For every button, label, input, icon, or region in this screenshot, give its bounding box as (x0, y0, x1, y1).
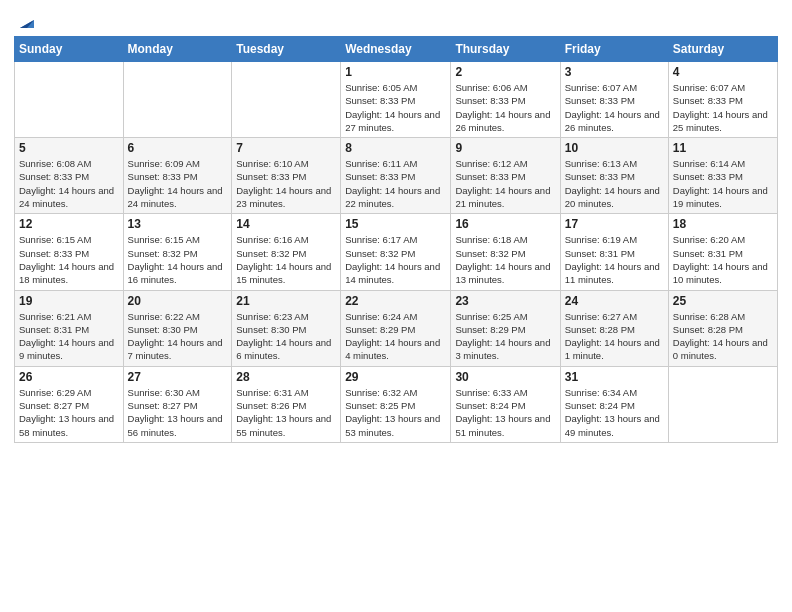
day-info: Sunrise: 6:27 AM Sunset: 8:28 PM Dayligh… (565, 310, 664, 363)
day-number: 14 (236, 217, 336, 231)
calendar-cell (123, 62, 232, 138)
calendar-cell: 23Sunrise: 6:25 AM Sunset: 8:29 PM Dayli… (451, 290, 560, 366)
calendar-cell: 2Sunrise: 6:06 AM Sunset: 8:33 PM Daylig… (451, 62, 560, 138)
calendar-header-tuesday: Tuesday (232, 37, 341, 62)
day-number: 10 (565, 141, 664, 155)
calendar-cell: 4Sunrise: 6:07 AM Sunset: 8:33 PM Daylig… (668, 62, 777, 138)
day-info: Sunrise: 6:15 AM Sunset: 8:32 PM Dayligh… (128, 233, 228, 286)
calendar-cell: 27Sunrise: 6:30 AM Sunset: 8:27 PM Dayli… (123, 366, 232, 442)
day-info: Sunrise: 6:07 AM Sunset: 8:33 PM Dayligh… (565, 81, 664, 134)
calendar-cell: 17Sunrise: 6:19 AM Sunset: 8:31 PM Dayli… (560, 214, 668, 290)
day-number: 12 (19, 217, 119, 231)
day-info: Sunrise: 6:08 AM Sunset: 8:33 PM Dayligh… (19, 157, 119, 210)
day-info: Sunrise: 6:11 AM Sunset: 8:33 PM Dayligh… (345, 157, 446, 210)
day-number: 8 (345, 141, 446, 155)
calendar-header-sunday: Sunday (15, 37, 124, 62)
calendar-header-monday: Monday (123, 37, 232, 62)
day-number: 23 (455, 294, 555, 308)
day-info: Sunrise: 6:17 AM Sunset: 8:32 PM Dayligh… (345, 233, 446, 286)
day-info: Sunrise: 6:23 AM Sunset: 8:30 PM Dayligh… (236, 310, 336, 363)
day-info: Sunrise: 6:19 AM Sunset: 8:31 PM Dayligh… (565, 233, 664, 286)
day-number: 7 (236, 141, 336, 155)
day-number: 21 (236, 294, 336, 308)
calendar-cell: 7Sunrise: 6:10 AM Sunset: 8:33 PM Daylig… (232, 138, 341, 214)
day-info: Sunrise: 6:15 AM Sunset: 8:33 PM Dayligh… (19, 233, 119, 286)
day-info: Sunrise: 6:29 AM Sunset: 8:27 PM Dayligh… (19, 386, 119, 439)
calendar-table: SundayMondayTuesdayWednesdayThursdayFrid… (14, 36, 778, 443)
calendar-cell: 20Sunrise: 6:22 AM Sunset: 8:30 PM Dayli… (123, 290, 232, 366)
calendar-cell: 16Sunrise: 6:18 AM Sunset: 8:32 PM Dayli… (451, 214, 560, 290)
day-number: 2 (455, 65, 555, 79)
day-info: Sunrise: 6:22 AM Sunset: 8:30 PM Dayligh… (128, 310, 228, 363)
day-number: 4 (673, 65, 773, 79)
calendar-cell: 26Sunrise: 6:29 AM Sunset: 8:27 PM Dayli… (15, 366, 124, 442)
day-number: 16 (455, 217, 555, 231)
calendar-cell: 14Sunrise: 6:16 AM Sunset: 8:32 PM Dayli… (232, 214, 341, 290)
day-number: 17 (565, 217, 664, 231)
day-number: 25 (673, 294, 773, 308)
day-info: Sunrise: 6:24 AM Sunset: 8:29 PM Dayligh… (345, 310, 446, 363)
day-info: Sunrise: 6:34 AM Sunset: 8:24 PM Dayligh… (565, 386, 664, 439)
calendar-header-wednesday: Wednesday (341, 37, 451, 62)
day-number: 26 (19, 370, 119, 384)
day-number: 11 (673, 141, 773, 155)
calendar-cell: 13Sunrise: 6:15 AM Sunset: 8:32 PM Dayli… (123, 214, 232, 290)
calendar-cell: 12Sunrise: 6:15 AM Sunset: 8:33 PM Dayli… (15, 214, 124, 290)
day-number: 3 (565, 65, 664, 79)
day-info: Sunrise: 6:25 AM Sunset: 8:29 PM Dayligh… (455, 310, 555, 363)
calendar-week-row: 19Sunrise: 6:21 AM Sunset: 8:31 PM Dayli… (15, 290, 778, 366)
day-number: 13 (128, 217, 228, 231)
calendar-cell: 11Sunrise: 6:14 AM Sunset: 8:33 PM Dayli… (668, 138, 777, 214)
logo (14, 10, 38, 28)
day-info: Sunrise: 6:18 AM Sunset: 8:32 PM Dayligh… (455, 233, 555, 286)
calendar-cell: 29Sunrise: 6:32 AM Sunset: 8:25 PM Dayli… (341, 366, 451, 442)
calendar-cell: 30Sunrise: 6:33 AM Sunset: 8:24 PM Dayli… (451, 366, 560, 442)
calendar-cell: 15Sunrise: 6:17 AM Sunset: 8:32 PM Dayli… (341, 214, 451, 290)
day-number: 29 (345, 370, 446, 384)
day-info: Sunrise: 6:20 AM Sunset: 8:31 PM Dayligh… (673, 233, 773, 286)
calendar-header-friday: Friday (560, 37, 668, 62)
calendar-cell: 28Sunrise: 6:31 AM Sunset: 8:26 PM Dayli… (232, 366, 341, 442)
day-number: 30 (455, 370, 555, 384)
calendar-cell: 22Sunrise: 6:24 AM Sunset: 8:29 PM Dayli… (341, 290, 451, 366)
calendar-cell: 24Sunrise: 6:27 AM Sunset: 8:28 PM Dayli… (560, 290, 668, 366)
day-info: Sunrise: 6:28 AM Sunset: 8:28 PM Dayligh… (673, 310, 773, 363)
calendar-cell (668, 366, 777, 442)
day-number: 18 (673, 217, 773, 231)
day-info: Sunrise: 6:30 AM Sunset: 8:27 PM Dayligh… (128, 386, 228, 439)
day-info: Sunrise: 6:06 AM Sunset: 8:33 PM Dayligh… (455, 81, 555, 134)
day-info: Sunrise: 6:32 AM Sunset: 8:25 PM Dayligh… (345, 386, 446, 439)
day-number: 24 (565, 294, 664, 308)
day-info: Sunrise: 6:16 AM Sunset: 8:32 PM Dayligh… (236, 233, 336, 286)
day-info: Sunrise: 6:10 AM Sunset: 8:33 PM Dayligh… (236, 157, 336, 210)
page: SundayMondayTuesdayWednesdayThursdayFrid… (0, 0, 792, 612)
calendar-cell: 18Sunrise: 6:20 AM Sunset: 8:31 PM Dayli… (668, 214, 777, 290)
logo-icon (16, 10, 38, 32)
day-number: 1 (345, 65, 446, 79)
calendar-week-row: 12Sunrise: 6:15 AM Sunset: 8:33 PM Dayli… (15, 214, 778, 290)
day-number: 20 (128, 294, 228, 308)
calendar-week-row: 5Sunrise: 6:08 AM Sunset: 8:33 PM Daylig… (15, 138, 778, 214)
calendar-cell: 19Sunrise: 6:21 AM Sunset: 8:31 PM Dayli… (15, 290, 124, 366)
calendar-cell (232, 62, 341, 138)
calendar-cell: 25Sunrise: 6:28 AM Sunset: 8:28 PM Dayli… (668, 290, 777, 366)
day-number: 6 (128, 141, 228, 155)
day-info: Sunrise: 6:33 AM Sunset: 8:24 PM Dayligh… (455, 386, 555, 439)
calendar-cell (15, 62, 124, 138)
calendar-cell: 21Sunrise: 6:23 AM Sunset: 8:30 PM Dayli… (232, 290, 341, 366)
day-number: 27 (128, 370, 228, 384)
day-info: Sunrise: 6:07 AM Sunset: 8:33 PM Dayligh… (673, 81, 773, 134)
calendar-cell: 6Sunrise: 6:09 AM Sunset: 8:33 PM Daylig… (123, 138, 232, 214)
day-info: Sunrise: 6:13 AM Sunset: 8:33 PM Dayligh… (565, 157, 664, 210)
day-info: Sunrise: 6:21 AM Sunset: 8:31 PM Dayligh… (19, 310, 119, 363)
day-number: 19 (19, 294, 119, 308)
day-info: Sunrise: 6:12 AM Sunset: 8:33 PM Dayligh… (455, 157, 555, 210)
day-number: 5 (19, 141, 119, 155)
day-number: 28 (236, 370, 336, 384)
calendar-header-saturday: Saturday (668, 37, 777, 62)
day-info: Sunrise: 6:09 AM Sunset: 8:33 PM Dayligh… (128, 157, 228, 210)
calendar-week-row: 1Sunrise: 6:05 AM Sunset: 8:33 PM Daylig… (15, 62, 778, 138)
calendar-cell: 9Sunrise: 6:12 AM Sunset: 8:33 PM Daylig… (451, 138, 560, 214)
calendar-cell: 31Sunrise: 6:34 AM Sunset: 8:24 PM Dayli… (560, 366, 668, 442)
calendar-header-row: SundayMondayTuesdayWednesdayThursdayFrid… (15, 37, 778, 62)
